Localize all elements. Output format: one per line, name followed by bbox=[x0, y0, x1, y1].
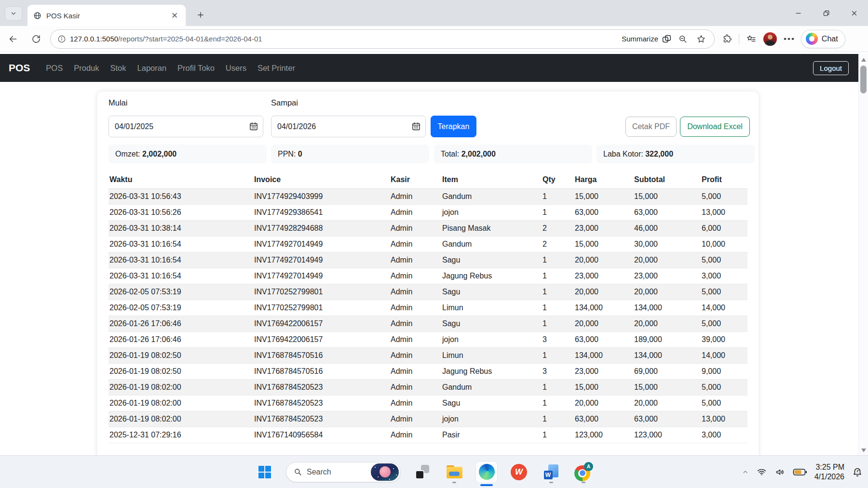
cell-kasir: Admin bbox=[390, 348, 441, 364]
nav-item[interactable]: Stok bbox=[106, 61, 131, 76]
nav-item[interactable]: Users bbox=[221, 61, 251, 76]
wps-icon: W bbox=[511, 464, 527, 480]
back-button[interactable] bbox=[5, 31, 21, 47]
speaker-icon bbox=[774, 467, 786, 477]
cell-profit: 13,000 bbox=[701, 411, 747, 427]
column-header: Subtotal bbox=[633, 171, 701, 189]
taskbar-search-box[interactable]: Search bbox=[286, 462, 401, 482]
cell-qty: 2 bbox=[542, 237, 574, 252]
end-date-label: Sampai bbox=[271, 98, 298, 107]
nav-item[interactable]: POS bbox=[41, 61, 67, 76]
cell-subtotal: 189,000 bbox=[633, 332, 701, 348]
cell-invoice: INV1770252799801 bbox=[253, 284, 390, 300]
wps-office-button[interactable]: W bbox=[508, 460, 530, 485]
cell-harga: 15,000 bbox=[574, 237, 633, 252]
table-row: 2026-02-05 07:53:19 INV1770252799801 Adm… bbox=[108, 284, 747, 300]
download-excel-button[interactable]: Download Excel bbox=[680, 117, 750, 137]
cell-qty: 1 bbox=[542, 189, 574, 205]
tab-search-menu-button[interactable] bbox=[5, 6, 22, 21]
table-row: 2026-03-31 10:16:54 INV1774927014949 Adm… bbox=[108, 252, 747, 268]
copilot-icon bbox=[806, 33, 818, 45]
taskbar-center: Search W W A bbox=[254, 456, 595, 488]
cell-harga: 23,000 bbox=[574, 364, 633, 380]
minimize-button[interactable] bbox=[784, 0, 812, 26]
page-scrollbar[interactable] bbox=[858, 54, 868, 455]
table-row: 2025-12-31 07:29:16 INV1767140956584 Adm… bbox=[108, 427, 747, 443]
cell-item: Limun bbox=[441, 300, 542, 316]
address-bar[interactable]: 127.0.0.1:5050/reports/?start=2025-04-01… bbox=[50, 29, 715, 49]
taskbar-clock[interactable]: 3:25 PM 4/1/2026 bbox=[814, 462, 844, 482]
cell-harga: 134,000 bbox=[574, 300, 633, 316]
zoom-out-indicator[interactable] bbox=[676, 32, 690, 46]
column-header: Harga bbox=[574, 171, 633, 189]
cell-profit: 14,000 bbox=[701, 300, 747, 316]
scroll-up-arrow-icon[interactable] bbox=[859, 56, 868, 64]
task-view-button[interactable] bbox=[411, 460, 433, 485]
summary-card: Total: 2,002,000 bbox=[434, 145, 592, 163]
browser-tab[interactable]: POS Kasir ✕ bbox=[27, 5, 186, 26]
notifications-button[interactable]: zz bbox=[852, 466, 863, 478]
scroll-down-arrow-icon[interactable] bbox=[859, 447, 868, 454]
copilot-chat-button[interactable]: Chat bbox=[801, 30, 845, 48]
settings-more-button[interactable]: ••• bbox=[782, 34, 797, 44]
report-table: WaktuInvoiceKasirItemQtyHargaSubtotalPro… bbox=[108, 171, 747, 443]
favorite-star-button[interactable] bbox=[694, 32, 708, 46]
apply-button[interactable]: Terapkan bbox=[431, 116, 476, 137]
start-date-input[interactable] bbox=[108, 116, 263, 137]
nav-item[interactable]: Laporan bbox=[133, 61, 171, 76]
scrollbar-thumb[interactable] bbox=[860, 66, 867, 93]
cell-profit: 3,000 bbox=[701, 427, 747, 443]
nav-item[interactable]: Set Printer bbox=[253, 61, 299, 76]
cell-item: jojon bbox=[441, 205, 542, 221]
minimize-icon bbox=[795, 10, 802, 17]
screen: POS Kasir ✕ 127.0.0.1:5050/repo bbox=[0, 0, 868, 488]
cell-harga: 15,000 bbox=[574, 380, 633, 396]
cell-kasir: Admin bbox=[390, 380, 441, 396]
print-pdf-button[interactable]: Cetak PDF bbox=[625, 117, 677, 137]
tray-chevron-up-button[interactable] bbox=[742, 469, 749, 475]
wifi-icon bbox=[756, 467, 767, 477]
calendar-icon[interactable] bbox=[411, 121, 421, 133]
battery-icon bbox=[793, 468, 807, 476]
word-button[interactable]: W bbox=[540, 460, 562, 485]
calendar-icon[interactable] bbox=[249, 121, 258, 133]
cell-item: Sagu bbox=[441, 316, 542, 332]
cell-item: Gandum bbox=[441, 237, 542, 252]
nav-item[interactable]: Produk bbox=[69, 61, 103, 76]
summary-value: 0 bbox=[298, 150, 302, 158]
profile-avatar[interactable] bbox=[763, 32, 777, 46]
summary-value: 322,000 bbox=[645, 150, 673, 158]
new-tab-button[interactable] bbox=[193, 7, 208, 23]
logout-button[interactable]: Logout bbox=[813, 61, 849, 75]
chrome-button[interactable]: A bbox=[572, 460, 595, 485]
site-info-icon[interactable] bbox=[57, 35, 66, 43]
extensions-button[interactable] bbox=[719, 31, 735, 47]
cell-waktu: 2026-03-31 10:16:54 bbox=[108, 252, 253, 268]
star-icon bbox=[696, 34, 706, 44]
edge-icon bbox=[479, 464, 495, 480]
column-header: Kasir bbox=[390, 171, 441, 189]
file-explorer-button[interactable] bbox=[443, 460, 465, 485]
volume-button[interactable] bbox=[774, 467, 786, 477]
cell-kasir: Admin bbox=[390, 237, 441, 252]
end-date-input[interactable] bbox=[271, 116, 426, 137]
favorites-bar-button[interactable] bbox=[743, 31, 760, 47]
plus-icon bbox=[196, 11, 205, 19]
summarize-button[interactable]: Summarize bbox=[622, 34, 672, 44]
cell-kasir: Admin bbox=[390, 189, 441, 205]
cell-kasir: Admin bbox=[390, 268, 441, 284]
browser-tab-strip: POS Kasir ✕ bbox=[0, 0, 868, 26]
close-window-button[interactable] bbox=[840, 0, 868, 26]
cell-qty: 3 bbox=[542, 332, 574, 348]
refresh-button[interactable] bbox=[28, 31, 44, 47]
start-button[interactable] bbox=[254, 460, 276, 485]
nav-item[interactable]: Profil Toko bbox=[173, 61, 219, 76]
battery-button[interactable] bbox=[793, 468, 807, 476]
cell-waktu: 2026-01-19 08:02:00 bbox=[108, 380, 253, 396]
cell-profit: 5,000 bbox=[701, 396, 747, 411]
edge-browser-button[interactable] bbox=[475, 461, 498, 483]
wifi-button[interactable] bbox=[756, 467, 767, 477]
tab-close-icon[interactable]: ✕ bbox=[169, 10, 180, 21]
restore-button[interactable] bbox=[812, 0, 840, 26]
cell-subtotal: 15,000 bbox=[633, 189, 701, 205]
